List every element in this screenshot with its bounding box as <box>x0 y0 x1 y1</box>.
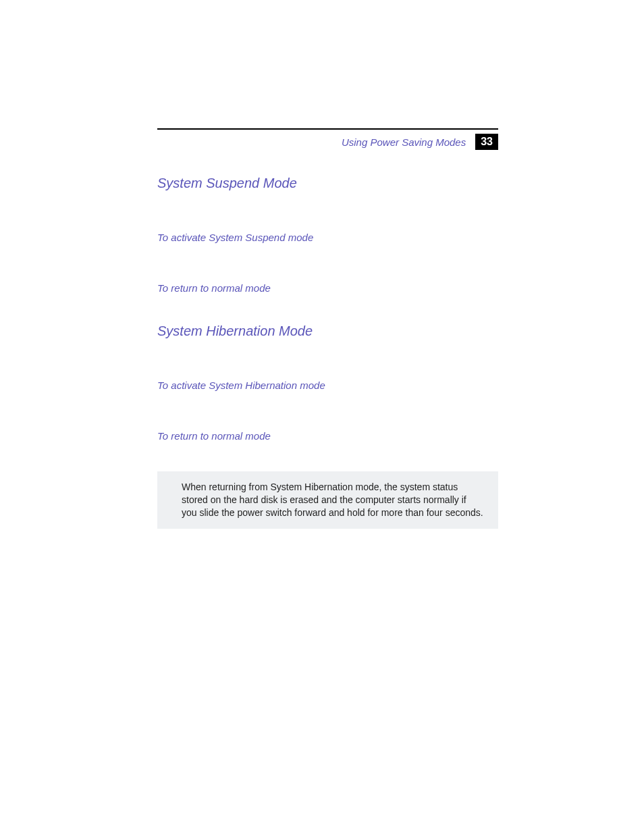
header-rule <box>157 128 498 130</box>
page-number: 33 <box>475 134 498 150</box>
subhead-suspend-return: To return to normal mode <box>157 282 498 294</box>
subhead-hibernate-return: To return to normal mode <box>157 430 498 442</box>
section-title-hibernate: System Hibernation Mode <box>157 323 498 339</box>
note-box: When returning from System Hibernation m… <box>157 471 498 529</box>
page-header: Using Power Saving Modes 33 <box>157 134 498 150</box>
subhead-hibernate-activate: To activate System Hibernation mode <box>157 380 498 391</box>
section-title-suspend: System Suspend Mode <box>157 176 498 191</box>
subhead-suspend-activate: To activate System Suspend mode <box>157 232 498 243</box>
running-head: Using Power Saving Modes <box>342 136 466 148</box>
content-column: Using Power Saving Modes 33 System Suspe… <box>157 128 498 529</box>
document-page: Using Power Saving Modes 33 System Suspe… <box>0 0 644 834</box>
